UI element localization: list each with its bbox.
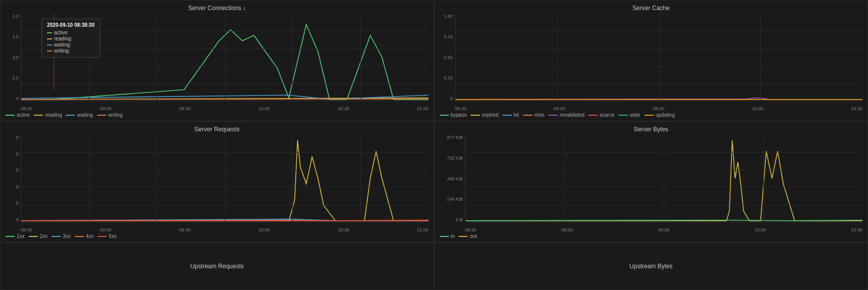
tooltip-writing: writing: [47, 48, 95, 54]
connections-x-axis: 08:30 09:00 09:30 10:00 10:30 11:00 [21, 106, 429, 111]
server-connections-title: Server Connections ↓ [6, 5, 429, 12]
server-bytes-grid [465, 135, 863, 222]
legend-2xx: 2xx [29, 233, 48, 239]
server-connections-chart[interactable]: 1.0 2.5 3.0 2.5 0 [6, 14, 429, 111]
legend-out: out [459, 233, 477, 239]
server-requests-y-axis: 5 0 5 0 5 0 [6, 135, 21, 222]
server-bytes-chart[interactable]: 977 KiB 732 KiB 488 KiB 244 KiB 0 B [440, 135, 863, 232]
legend-hit: hit [502, 112, 519, 118]
connections-legend: active reading waiting writing [6, 111, 429, 119]
server-bytes-title: Server Bytes [440, 126, 863, 133]
legend-4xx: 4xx [75, 233, 94, 239]
tooltip-date: 2020-09-10 08:38:30 [47, 22, 95, 28]
connections-tooltip: 2020-09-10 08:38:30 active: reading: wai… [41, 19, 100, 58]
legend-writing: writing [97, 112, 123, 118]
legend-5xx: 5xx [98, 233, 117, 239]
legend-in: in [440, 233, 455, 239]
legend-1xx: 1xx [6, 233, 25, 239]
server-cache-panel: Server Cache 1.00 0.75 0.50 0.25 0 [434, 0, 869, 121]
legend-updating: updating [645, 112, 675, 118]
cache-x-axis: 08:30 09:00 09:30 10:00 10:30 [455, 106, 863, 111]
server-cache-y-axis: 1.00 0.75 0.50 0.25 0 [440, 14, 455, 101]
legend-miss: miss [523, 112, 545, 118]
legend-revalidated: revalidated [549, 112, 584, 118]
legend-stale: stale [619, 112, 641, 118]
legend-waiting: waiting [66, 112, 93, 118]
cache-legend: bypass expired hit miss revalidated scar… [440, 111, 863, 119]
server-cache-grid [455, 14, 863, 101]
upstream-bytes-panel: Upstream Bytes [434, 243, 869, 290]
upstream-requests-title: Upstream Requests [190, 263, 244, 270]
legend-3xx: 3xx [52, 233, 71, 239]
server-connections-grid: 2020-09-10 08:38:30 active: reading: wai… [21, 14, 429, 101]
dashboard: Server Connections ↓ 1.0 2.5 3.0 2.5 0 [0, 0, 868, 290]
server-cache-title: Server Cache [440, 5, 863, 12]
server-cache-chart[interactable]: 1.00 0.75 0.50 0.25 0 [440, 14, 863, 111]
server-bytes-y-axis: 977 KiB 732 KiB 488 KiB 244 KiB 0 B [440, 135, 465, 222]
server-connections-y-axis: 1.0 2.5 3.0 2.5 0 [6, 14, 21, 101]
legend-scarce: scarce [588, 112, 614, 118]
server-requests-chart[interactable]: 5 0 5 0 5 0 [6, 135, 429, 232]
legend-reading: reading [34, 112, 62, 118]
server-requests-panel: Server Requests 5 0 5 0 5 0 [0, 121, 434, 243]
upstream-requests-panel: Upstream Requests [0, 243, 434, 290]
requests-x-axis: 08:30 09:00 09:30 10:00 10:30 11:00 [21, 227, 429, 232]
bytes-legend: in out [440, 232, 863, 240]
server-bytes-panel: Server Bytes 977 KiB 732 KiB 488 KiB 244… [434, 121, 869, 243]
legend-expired: expired [471, 112, 498, 118]
bytes-x-axis: 08:30 09:00 09:30 10:00 10:30 [465, 227, 863, 232]
upstream-bytes-title: Upstream Bytes [629, 263, 672, 270]
legend-active: active [6, 112, 30, 118]
tooltip-waiting: waiting: [47, 42, 95, 47]
server-requests-title: Server Requests [6, 126, 429, 133]
server-requests-grid [21, 135, 429, 222]
requests-legend: 1xx 2xx 3xx 4xx 5xx [6, 232, 429, 240]
tooltip-reading: reading: [47, 36, 95, 41]
tooltip-active: active: [47, 30, 95, 35]
server-connections-panel: Server Connections ↓ 1.0 2.5 3.0 2.5 0 [0, 0, 434, 121]
legend-bypass: bypass [440, 112, 467, 118]
